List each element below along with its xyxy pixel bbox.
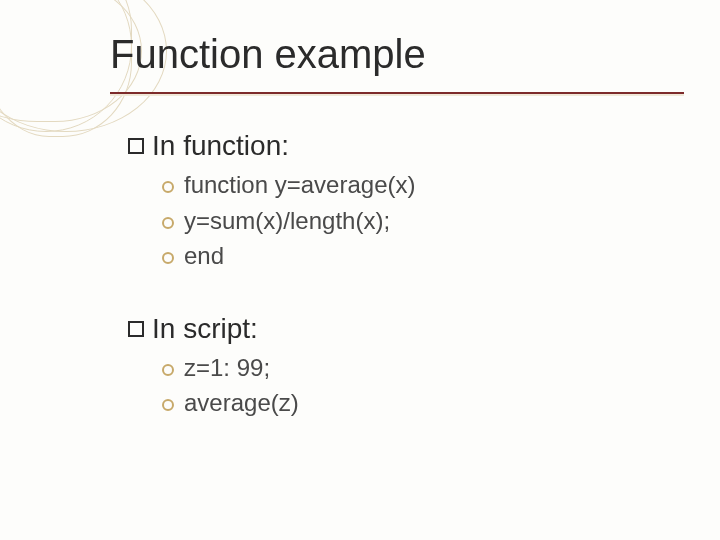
list-item: function y=average(x) [162,168,680,202]
section-heading-text: In function: [152,130,289,162]
ring-bullet-icon [162,217,174,229]
slide-content: In function: function y=average(x) y=sum… [128,130,680,422]
list-item-text: average(z) [184,386,299,420]
list-item: y=sum(x)/length(x); [162,204,680,238]
list-item: z=1: 99; [162,351,680,385]
list-item-text: function y=average(x) [184,168,415,202]
list-item-text: z=1: 99; [184,351,270,385]
section-items-function: function y=average(x) y=sum(x)/length(x)… [162,168,680,273]
list-item-text: y=sum(x)/length(x); [184,204,390,238]
ring-bullet-icon [162,181,174,193]
section-items-script: z=1: 99; average(z) [162,351,680,420]
list-item: end [162,239,680,273]
square-bullet-icon [128,321,144,337]
ring-bullet-icon [162,364,174,376]
ring-bullet-icon [162,399,174,411]
title-underline [110,92,684,96]
square-bullet-icon [128,138,144,154]
list-item-text: end [184,239,224,273]
list-item: average(z) [162,386,680,420]
section-heading-script: In script: [128,313,680,345]
ring-bullet-icon [162,252,174,264]
section-heading-function: In function: [128,130,680,162]
slide-title: Function example [110,32,426,77]
section-heading-text: In script: [152,313,258,345]
